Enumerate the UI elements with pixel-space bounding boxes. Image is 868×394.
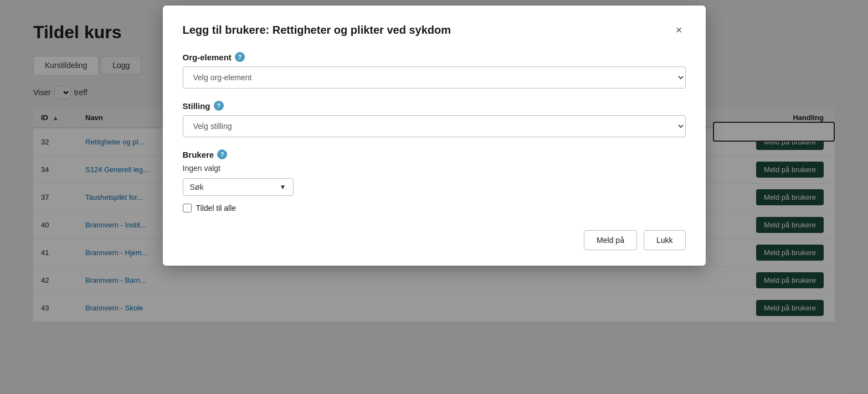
meld-pa-button[interactable]: Meld på — [584, 230, 637, 250]
modal-dialog: Legg til brukere: Rettigheter og plikter… — [163, 6, 706, 266]
ingen-valgt-text: Ingen valgt — [183, 164, 686, 173]
close-button[interactable]: × — [672, 23, 686, 37]
org-element-group: Org-element ? Velg org-element — [183, 52, 686, 89]
search-label: Søk — [190, 183, 276, 191]
lukk-button[interactable]: Lukk — [644, 230, 686, 250]
org-element-select[interactable]: Velg org-element — [183, 66, 686, 89]
tildel-alle-row: Tildel til alle — [183, 204, 686, 212]
tildel-alle-label[interactable]: Tildel til alle — [196, 204, 237, 212]
stilling-select[interactable]: Velg stilling — [183, 115, 686, 137]
brukere-group: Brukere ? Ingen valgt Søk ▼ Tildel til a… — [183, 149, 686, 212]
tildel-alle-checkbox[interactable] — [183, 204, 192, 212]
brukere-help-icon[interactable]: ? — [217, 149, 227, 159]
modal-title: Legg til brukere: Rettigheter og plikter… — [183, 24, 451, 37]
stilling-group: Stilling ? Velg stilling — [183, 101, 686, 137]
brukere-search-dropdown[interactable]: Søk ▼ — [183, 178, 294, 196]
dropdown-arrow-icon: ▼ — [280, 183, 286, 191]
org-element-help-icon[interactable]: ? — [235, 52, 245, 62]
modal-header: Legg til brukere: Rettigheter og plikter… — [183, 23, 686, 37]
stilling-help-icon[interactable]: ? — [214, 101, 224, 111]
modal-footer: Meld på Lukk — [183, 230, 686, 250]
stilling-label: Stilling ? — [183, 101, 686, 111]
org-element-label: Org-element ? — [183, 52, 686, 62]
brukere-label: Brukere ? — [183, 149, 686, 159]
modal-overlay: Legg til brukere: Rettigheter og plikter… — [0, 0, 868, 394]
